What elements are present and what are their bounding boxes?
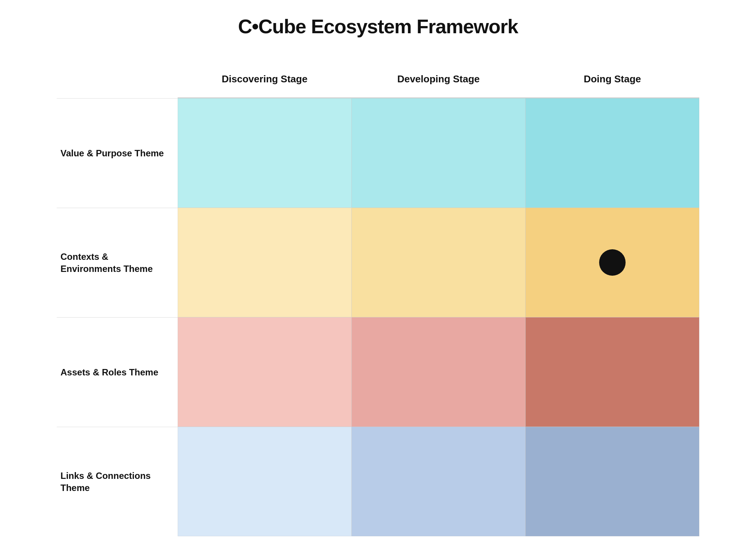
cell-ce-developing <box>352 208 525 317</box>
cell-vp-discovering <box>178 98 352 208</box>
row-header-value-purpose: Value & Purpose Theme <box>57 98 178 208</box>
row-header-links-connections: Links & Connections Theme <box>57 427 178 536</box>
cell-vp-doing <box>525 98 699 208</box>
cell-lc-discovering <box>178 427 352 536</box>
cell-lc-developing <box>352 427 525 536</box>
cell-ar-developing <box>352 317 525 427</box>
cell-ce-discovering <box>178 208 352 317</box>
column-header-developing: Developing Stage <box>352 60 525 98</box>
framework-grid: Discovering Stage Developing Stage Doing… <box>57 60 699 536</box>
cell-lc-doing <box>525 427 699 536</box>
cell-ce-doing <box>525 208 699 317</box>
row-header-contexts-environments: Contexts & Environments Theme <box>57 208 178 317</box>
corner-cell <box>57 60 178 98</box>
page-title: C•Cube Ecosystem Framework <box>238 15 518 38</box>
cell-vp-developing <box>352 98 525 208</box>
cell-ar-doing <box>525 317 699 427</box>
dot-marker-ce-doing <box>599 249 626 276</box>
row-header-assets-roles: Assets & Roles Theme <box>57 317 178 427</box>
column-header-doing: Doing Stage <box>525 60 699 98</box>
cell-ar-discovering <box>178 317 352 427</box>
column-header-discovering: Discovering Stage <box>178 60 352 98</box>
